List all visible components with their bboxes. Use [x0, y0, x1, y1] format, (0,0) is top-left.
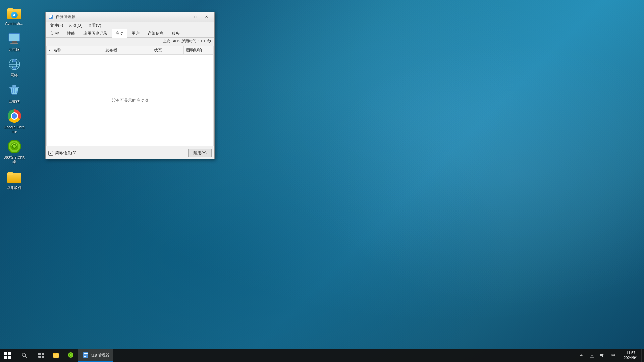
col-header-name[interactable]: 名称	[51, 46, 103, 54]
svg-line-25	[25, 356, 27, 358]
task-manager-window: 任务管理器 ─ □ ✕ 文件(F) 选项(O) 查看(V) 进程 性能 应用历史…	[45, 12, 215, 159]
admin-folder-icon: A	[7, 5, 22, 20]
window-controls: ─ □ ✕	[179, 14, 212, 20]
360-taskbar-icon	[67, 352, 74, 358]
taskbar: 任务管理器	[0, 349, 644, 362]
clock-time: 11:57	[626, 350, 636, 355]
desktop-icon-software[interactable]: 常用软件	[2, 168, 27, 192]
svg-rect-11	[9, 87, 19, 88]
taskmanager-taskbar-icon	[82, 352, 89, 358]
menu-file[interactable]: 文件(F)	[47, 22, 66, 29]
svg-rect-36	[84, 353, 88, 354]
svg-rect-29	[42, 356, 44, 358]
network-icon	[7, 57, 22, 72]
desktop-icon-network[interactable]: 网络	[2, 55, 27, 79]
desktop: A Administr... 此电脑	[0, 0, 644, 362]
start-button[interactable]	[0, 349, 15, 362]
windows-logo-icon	[4, 352, 11, 359]
tray-ime-icon[interactable]: 中	[608, 349, 619, 362]
table-header: ▲ 名称 发布者 状态 启动影响	[47, 46, 213, 55]
task-view-button[interactable]	[34, 349, 49, 362]
svg-rect-38	[84, 356, 86, 357]
taskbar-apps: 任务管理器	[49, 349, 575, 362]
menu-options[interactable]: 选项(O)	[66, 22, 85, 29]
menu-view[interactable]: 查看(V)	[85, 22, 104, 29]
computer-icon-label: 此电脑	[9, 47, 20, 52]
close-button[interactable]: ✕	[201, 14, 212, 20]
svg-rect-21	[49, 15, 52, 16]
col-header-impact[interactable]: 启动影响	[184, 46, 213, 54]
svg-point-34	[70, 354, 72, 356]
tab-details[interactable]: 详细信息	[144, 29, 167, 37]
svg-rect-26	[38, 353, 41, 355]
taskbar-app-360[interactable]	[63, 349, 78, 362]
taskmanager-taskbar-label: 任务管理器	[91, 353, 109, 358]
desktop-icon-chrome[interactable]: Google Chrome	[2, 107, 27, 135]
admin-icon-label: Administr...	[5, 21, 23, 26]
taskmanager-title-icon	[48, 14, 54, 20]
tab-bar: 进程 性能 应用历史记录 启动 用户 详细信息 服务	[46, 29, 214, 38]
tab-services[interactable]: 服务	[168, 29, 183, 37]
svg-rect-23	[49, 17, 51, 18]
tab-app-history[interactable]: 应用历史记录	[79, 29, 111, 37]
svg-rect-40	[590, 354, 594, 357]
svg-rect-1	[9, 34, 19, 41]
svg-marker-44	[600, 353, 603, 357]
svg-rect-27	[42, 353, 44, 355]
tray-network-icon[interactable]	[587, 349, 597, 362]
sort-arrow-icon: ▲	[48, 49, 51, 52]
desktop-icons-container: A Administr... 此电脑	[0, 0, 29, 195]
col-header-publisher[interactable]: 发布者	[103, 46, 152, 54]
tab-startup[interactable]: 启动	[112, 29, 127, 38]
tray-expand-icon[interactable]	[576, 349, 586, 362]
window-titlebar: 任务管理器 ─ □ ✕	[46, 12, 214, 22]
recycle-icon-label: 回收站	[9, 99, 20, 104]
svg-rect-31	[53, 353, 56, 354]
taskbar-app-explorer[interactable]	[49, 349, 63, 362]
software-folder-icon	[7, 169, 22, 184]
svg-rect-10	[13, 67, 16, 69]
window-footer: ▲ 简略信息(D) 禁用(A)	[46, 147, 214, 159]
svg-rect-22	[49, 16, 52, 17]
bios-time-bar: 上次 BIOS 所用时间： 0.0 秒	[46, 38, 214, 45]
svg-point-19	[13, 145, 16, 148]
tray-volume-icon[interactable]	[598, 349, 608, 362]
svg-line-13	[12, 88, 13, 93]
desktop-icon-360[interactable]: 360安全浏览器	[2, 137, 27, 166]
svg-line-15	[16, 88, 16, 93]
taskbar-search-button[interactable]	[15, 349, 34, 362]
svg-rect-9	[13, 59, 16, 62]
chevron-up-icon: ▲	[48, 151, 53, 156]
tab-processes[interactable]: 进程	[47, 29, 63, 37]
360-browser-icon	[7, 139, 22, 154]
svg-rect-3	[10, 43, 18, 44]
chrome-browser-icon	[7, 109, 22, 124]
network-icon-label: 网络	[11, 73, 18, 77]
360-icon-label: 360安全浏览器	[3, 155, 25, 164]
window-menubar: 文件(F) 选项(O) 查看(V)	[46, 22, 214, 29]
show-desktop-button[interactable]	[641, 349, 644, 362]
svg-rect-28	[38, 356, 41, 358]
desktop-icon-recycle[interactable]: 回收站	[2, 81, 27, 105]
svg-rect-2	[12, 41, 17, 43]
computer-icon	[7, 31, 22, 46]
desktop-icon-computer[interactable]: 此电脑	[2, 29, 27, 53]
taskbar-clock[interactable]: 11:57 2024/9/1	[620, 349, 641, 362]
window-title: 任务管理器	[56, 14, 179, 20]
disable-button[interactable]: 禁用(A)	[188, 149, 212, 157]
footer-info-toggle[interactable]: ▲ 简略信息(D)	[48, 150, 77, 156]
desktop-icon-admin[interactable]: A Administr...	[2, 3, 27, 27]
software-icon-label: 常用软件	[7, 186, 22, 190]
tab-performance[interactable]: 性能	[63, 29, 79, 37]
bios-value: 0.0 秒	[201, 39, 211, 44]
svg-marker-39	[580, 354, 583, 356]
col-header-status[interactable]: 状态	[152, 46, 184, 54]
minimize-button[interactable]: ─	[179, 14, 190, 20]
clock-date: 2024/9/1	[624, 355, 638, 360]
recycle-icon	[7, 83, 22, 98]
startup-content: ▲ 名称 发布者 状态 启动影响 没有可显示的启动项	[46, 46, 214, 146]
ime-label: 中	[611, 353, 615, 358]
tab-users[interactable]: 用户	[128, 29, 143, 37]
maximize-button[interactable]: □	[190, 14, 201, 20]
taskbar-app-taskmanager[interactable]: 任务管理器	[78, 349, 113, 362]
